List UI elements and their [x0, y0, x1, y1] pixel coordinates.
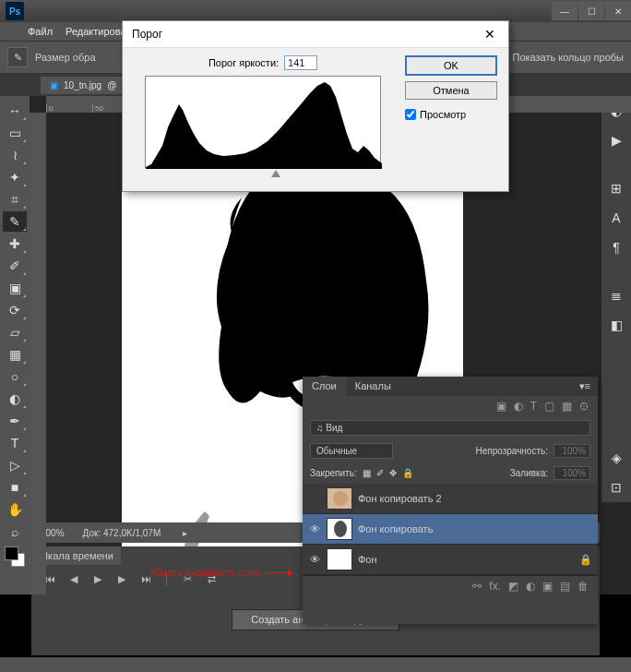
filter-kind-dropdown[interactable]: ♫ Вид	[310, 420, 590, 436]
window-close[interactable]: ✕	[605, 2, 631, 20]
crop-tool[interactable]: ⌗	[3, 189, 27, 210]
eyedropper-tool[interactable]: ✎	[3, 211, 27, 232]
timeline-next-icon[interactable]: ▶	[113, 570, 131, 587]
layer-fx-icon[interactable]: fx.	[489, 580, 501, 593]
dock-panel-icon-2[interactable]: ⊡	[604, 474, 628, 501]
swatches-panel-icon[interactable]: ▶	[604, 126, 628, 154]
tab-channels[interactable]: Каналы	[346, 377, 400, 396]
lock-position-icon[interactable]: ✥	[389, 468, 397, 478]
layer-thumbnail[interactable]	[327, 518, 352, 540]
history-brush-tool[interactable]: ⟳	[3, 300, 27, 320]
new-layer-icon[interactable]: ▤	[560, 580, 570, 593]
layer-visibility-toggle[interactable]: 👁	[308, 523, 321, 534]
layer-mask-icon[interactable]: ◩	[508, 580, 518, 593]
status-menu-icon[interactable]: ▸	[183, 528, 187, 538]
ruler-vertical	[30, 113, 46, 594]
color-swatches[interactable]	[5, 546, 25, 567]
lock-label: Закрепить:	[310, 468, 357, 478]
lock-paint-icon[interactable]: ✐	[376, 468, 384, 478]
layer-name[interactable]: Фон копировать 2	[358, 493, 442, 504]
foreground-swatch[interactable]	[5, 546, 18, 560]
zoom-tool[interactable]: ⌕	[3, 522, 27, 542]
marquee-tool[interactable]: ▭	[3, 123, 27, 143]
layer-group-icon[interactable]: ▣	[542, 580, 553, 593]
layer-thumbnail[interactable]	[327, 548, 352, 570]
layer-name[interactable]: Фон копировать	[358, 523, 433, 534]
path-select-tool[interactable]: ▷	[3, 455, 27, 475]
ps-chip-icon: ▣	[50, 80, 58, 90]
link-layers-icon[interactable]: ⚯	[472, 580, 482, 593]
blur-tool[interactable]: ○	[3, 366, 27, 387]
threshold-input[interactable]	[284, 55, 317, 70]
timeline-prev-icon[interactable]: ◀	[65, 570, 83, 587]
dialog-titlebar[interactable]: Порог ✕	[123, 21, 508, 48]
filter-toggle-icon[interactable]: ⊙	[579, 400, 589, 413]
adjustment-layer-icon[interactable]: ◐	[526, 580, 535, 593]
layer-row[interactable]: 👁 Фон 🔒	[303, 545, 598, 575]
tool-preset-icon[interactable]: ✎	[7, 47, 28, 67]
window-minimize[interactable]: —	[552, 2, 577, 20]
brush-tool[interactable]: ✐	[3, 256, 27, 276]
annotation-arrow-icon	[265, 572, 292, 573]
options-label-sample: Размер обра	[35, 52, 96, 63]
lasso-tool[interactable]: ≀	[3, 145, 27, 165]
lock-all-icon[interactable]: 🔒	[402, 468, 413, 478]
hand-tool[interactable]: ✋	[3, 499, 27, 520]
window-controls: — ☐ ✕	[551, 2, 631, 20]
eraser-tool[interactable]: ▱	[3, 322, 27, 342]
lock-transparency-icon[interactable]: ▦	[363, 468, 371, 478]
wand-tool[interactable]: ✦	[3, 167, 27, 187]
tab-layers[interactable]: Слои	[303, 377, 346, 396]
filter-smart-icon[interactable]: ▦	[562, 400, 572, 413]
document-tab-filename: 10_tn.jpg	[64, 80, 101, 90]
layer-thumbnail[interactable]	[327, 487, 352, 510]
layer-row[interactable]: Фон копировать 2	[303, 484, 598, 514]
dialog-title: Порог	[132, 28, 162, 41]
dialog-close-icon[interactable]: ✕	[481, 27, 499, 42]
layer-name[interactable]: Фон	[358, 554, 377, 565]
cancel-button[interactable]: Отмена	[405, 81, 497, 100]
dodge-tool[interactable]: ◐	[3, 389, 27, 409]
layer-visibility-toggle[interactable]	[308, 493, 321, 504]
filter-adjustment-icon[interactable]: ◐	[514, 400, 523, 413]
ok-button[interactable]: OK	[405, 55, 497, 76]
filter-shape-icon[interactable]: ▢	[544, 400, 554, 413]
svg-point-4	[334, 521, 347, 537]
layer-visibility-toggle[interactable]: 👁	[308, 554, 321, 565]
layers-panel: Слои Каналы ▾≡ ▣ ◐ T ▢ ▦ ⊙ ♫ Вид Обычные…	[303, 377, 598, 624]
shape-tool[interactable]: ■	[3, 477, 27, 498]
panel-menu-icon[interactable]: ▾≡	[572, 377, 598, 396]
menu-file[interactable]: Файл	[28, 26, 53, 37]
preview-checkbox[interactable]	[405, 109, 416, 120]
filter-image-icon[interactable]: ▣	[496, 400, 506, 413]
fill-value[interactable]: 100%	[554, 466, 590, 480]
heal-tool[interactable]: ✚	[3, 234, 27, 254]
character-panel-icon[interactable]: A	[604, 204, 628, 232]
window-maximize[interactable]: ☐	[578, 2, 604, 20]
layer-filter-row: ▣ ◐ T ▢ ▦ ⊙	[303, 396, 598, 416]
lock-icon: 🔒	[579, 554, 592, 566]
filter-type-icon[interactable]: T	[530, 400, 537, 413]
stamp-tool[interactable]: ▣	[3, 278, 27, 298]
slider-handle-icon[interactable]	[271, 170, 280, 177]
pen-tool[interactable]: ✒	[3, 411, 27, 431]
preview-checkbox-row[interactable]: Просмотр	[405, 109, 497, 120]
channels-panel-icon[interactable]: ◧	[604, 311, 628, 339]
preview-label: Просмотр	[420, 109, 466, 120]
blend-mode-dropdown[interactable]: Обычные	[310, 443, 393, 459]
annotation-callout: Убрать видимость слоя	[149, 567, 292, 578]
layers-panel-icon[interactable]: ≣	[604, 282, 628, 309]
dock-panel-icon[interactable]: ◈	[604, 444, 628, 472]
app-logo: Ps	[6, 2, 24, 20]
timeline-play-icon[interactable]: ▶	[89, 570, 107, 587]
type-tool[interactable]: T	[3, 433, 27, 453]
app-bottombar	[0, 657, 631, 672]
layer-row[interactable]: 👁 Фон копировать	[303, 514, 598, 545]
paragraph-panel-icon[interactable]: ¶	[604, 234, 628, 261]
threshold-slider[interactable]	[134, 170, 392, 181]
opacity-value[interactable]: 100%	[554, 444, 590, 458]
move-tool[interactable]: ↔	[3, 101, 27, 121]
adjustments-panel-icon[interactable]: ⊞	[604, 174, 628, 202]
gradient-tool[interactable]: ▦	[3, 344, 27, 365]
delete-layer-icon[interactable]: 🗑	[577, 580, 589, 593]
